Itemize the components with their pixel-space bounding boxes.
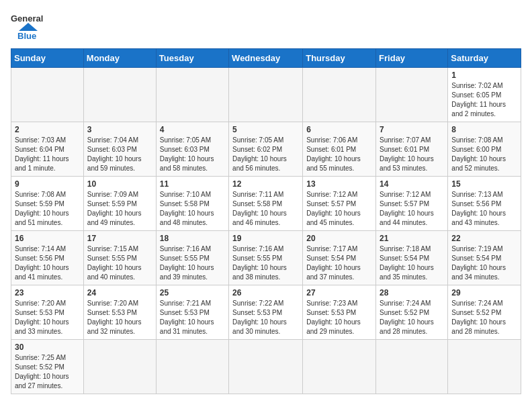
- calendar-table: SundayMondayTuesdayWednesdayThursdayFrid…: [11, 48, 521, 394]
- calendar-cell: [83, 340, 156, 394]
- page-header: GeneralBlue: [11, 11, 521, 40]
- day-number: 30: [15, 342, 80, 352]
- day-number: 28: [380, 288, 444, 298]
- day-info: Sunrise: 7:13 AM Sunset: 5:56 PM Dayligh…: [451, 190, 517, 228]
- day-number: 15: [451, 179, 517, 189]
- calendar-cell: 17Sunrise: 7:15 AM Sunset: 5:55 PM Dayli…: [83, 231, 156, 285]
- calendar-cell: 2Sunrise: 7:03 AM Sunset: 6:04 PM Daylig…: [11, 122, 84, 177]
- day-info: Sunrise: 7:15 AM Sunset: 5:55 PM Dayligh…: [87, 244, 152, 282]
- day-info: Sunrise: 7:22 AM Sunset: 5:53 PM Dayligh…: [232, 299, 299, 336]
- column-header-tuesday: Tuesday: [156, 49, 228, 68]
- day-info: Sunrise: 7:24 AM Sunset: 5:52 PM Dayligh…: [451, 299, 517, 336]
- column-header-friday: Friday: [376, 49, 448, 68]
- day-info: Sunrise: 7:06 AM Sunset: 6:01 PM Dayligh…: [306, 136, 372, 173]
- logo: GeneralBlue: [11, 11, 46, 40]
- calendar-cell: 18Sunrise: 7:16 AM Sunset: 5:55 PM Dayli…: [156, 231, 228, 285]
- calendar-cell: [229, 68, 303, 122]
- day-info: Sunrise: 7:20 AM Sunset: 5:53 PM Dayligh…: [87, 299, 152, 336]
- day-number: 19: [232, 234, 299, 243]
- day-number: 17: [87, 234, 152, 243]
- day-info: Sunrise: 7:24 AM Sunset: 5:52 PM Dayligh…: [380, 299, 444, 336]
- calendar-header-row: SundayMondayTuesdayWednesdayThursdayFrid…: [11, 49, 521, 68]
- calendar-cell: 19Sunrise: 7:16 AM Sunset: 5:55 PM Dayli…: [229, 231, 303, 285]
- day-number: 26: [232, 288, 299, 298]
- calendar-week-row: 30Sunrise: 7:25 AM Sunset: 5:52 PM Dayli…: [11, 340, 521, 394]
- logo-svg: GeneralBlue: [11, 11, 46, 40]
- column-header-monday: Monday: [83, 49, 156, 68]
- day-number: 13: [306, 179, 372, 189]
- day-info: Sunrise: 7:10 AM Sunset: 5:58 PM Dayligh…: [160, 190, 225, 228]
- day-info: Sunrise: 7:18 AM Sunset: 5:54 PM Dayligh…: [380, 244, 444, 282]
- day-info: Sunrise: 7:16 AM Sunset: 5:55 PM Dayligh…: [160, 244, 225, 282]
- calendar-cell: 10Sunrise: 7:09 AM Sunset: 5:59 PM Dayli…: [83, 177, 156, 231]
- calendar-cell: 14Sunrise: 7:12 AM Sunset: 5:57 PM Dayli…: [376, 177, 448, 231]
- svg-text:General: General: [11, 13, 43, 24]
- day-number: 20: [306, 234, 372, 243]
- day-info: Sunrise: 7:04 AM Sunset: 6:03 PM Dayligh…: [87, 136, 152, 173]
- day-info: Sunrise: 7:12 AM Sunset: 5:57 PM Dayligh…: [380, 190, 444, 228]
- calendar-cell: 24Sunrise: 7:20 AM Sunset: 5:53 PM Dayli…: [83, 285, 156, 340]
- day-number: 14: [380, 179, 444, 189]
- day-info: Sunrise: 7:19 AM Sunset: 5:54 PM Dayligh…: [451, 244, 517, 282]
- day-number: 9: [15, 179, 80, 189]
- day-number: 10: [87, 179, 152, 189]
- day-number: 4: [160, 125, 225, 134]
- day-number: 29: [451, 288, 517, 298]
- day-info: Sunrise: 7:14 AM Sunset: 5:56 PM Dayligh…: [15, 244, 80, 282]
- calendar-week-row: 9Sunrise: 7:08 AM Sunset: 5:59 PM Daylig…: [11, 177, 521, 231]
- day-number: 23: [15, 288, 80, 298]
- calendar-week-row: 23Sunrise: 7:20 AM Sunset: 5:53 PM Dayli…: [11, 285, 521, 340]
- calendar-cell: 22Sunrise: 7:19 AM Sunset: 5:54 PM Dayli…: [448, 231, 521, 285]
- calendar-cell: 11Sunrise: 7:10 AM Sunset: 5:58 PM Dayli…: [156, 177, 228, 231]
- calendar-cell: 28Sunrise: 7:24 AM Sunset: 5:52 PM Dayli…: [376, 285, 448, 340]
- column-header-sunday: Sunday: [11, 49, 84, 68]
- calendar-cell: 27Sunrise: 7:23 AM Sunset: 5:53 PM Dayli…: [303, 285, 376, 340]
- day-number: 18: [160, 234, 225, 243]
- day-info: Sunrise: 7:09 AM Sunset: 5:59 PM Dayligh…: [87, 190, 152, 228]
- day-number: 5: [232, 125, 299, 134]
- calendar-cell: [303, 340, 376, 394]
- day-number: 21: [380, 234, 444, 243]
- calendar-cell: 26Sunrise: 7:22 AM Sunset: 5:53 PM Dayli…: [229, 285, 303, 340]
- day-info: Sunrise: 7:16 AM Sunset: 5:55 PM Dayligh…: [232, 244, 299, 282]
- calendar-cell: 12Sunrise: 7:11 AM Sunset: 5:58 PM Dayli…: [229, 177, 303, 231]
- calendar-cell: [156, 340, 228, 394]
- calendar-cell: 9Sunrise: 7:08 AM Sunset: 5:59 PM Daylig…: [11, 177, 84, 231]
- calendar-cell: 3Sunrise: 7:04 AM Sunset: 6:03 PM Daylig…: [83, 122, 156, 177]
- day-info: Sunrise: 7:23 AM Sunset: 5:53 PM Dayligh…: [306, 299, 372, 336]
- day-info: Sunrise: 7:02 AM Sunset: 6:05 PM Dayligh…: [451, 81, 517, 119]
- day-info: Sunrise: 7:07 AM Sunset: 6:01 PM Dayligh…: [380, 136, 444, 173]
- calendar-cell: 21Sunrise: 7:18 AM Sunset: 5:54 PM Dayli…: [376, 231, 448, 285]
- calendar-cell: [83, 68, 156, 122]
- calendar-week-row: 2Sunrise: 7:03 AM Sunset: 6:04 PM Daylig…: [11, 122, 521, 177]
- day-number: 12: [232, 179, 299, 189]
- calendar-cell: 7Sunrise: 7:07 AM Sunset: 6:01 PM Daylig…: [376, 122, 448, 177]
- calendar-week-row: 1Sunrise: 7:02 AM Sunset: 6:05 PM Daylig…: [11, 68, 521, 122]
- calendar-cell: 15Sunrise: 7:13 AM Sunset: 5:56 PM Dayli…: [448, 177, 521, 231]
- calendar-cell: 5Sunrise: 7:05 AM Sunset: 6:02 PM Daylig…: [229, 122, 303, 177]
- calendar-cell: 8Sunrise: 7:08 AM Sunset: 6:00 PM Daylig…: [448, 122, 521, 177]
- day-number: 1: [451, 71, 517, 80]
- day-number: 2: [15, 125, 80, 134]
- calendar-cell: 16Sunrise: 7:14 AM Sunset: 5:56 PM Dayli…: [11, 231, 84, 285]
- day-number: 8: [451, 125, 517, 134]
- calendar-cell: 6Sunrise: 7:06 AM Sunset: 6:01 PM Daylig…: [303, 122, 376, 177]
- calendar-cell: [11, 68, 84, 122]
- calendar-cell: [376, 340, 448, 394]
- day-number: 6: [306, 125, 372, 134]
- column-header-thursday: Thursday: [303, 49, 376, 68]
- day-number: 22: [451, 234, 517, 243]
- day-number: 27: [306, 288, 372, 298]
- calendar-cell: [303, 68, 376, 122]
- day-number: 16: [15, 234, 80, 243]
- calendar-cell: 30Sunrise: 7:25 AM Sunset: 5:52 PM Dayli…: [11, 340, 84, 394]
- calendar-cell: 23Sunrise: 7:20 AM Sunset: 5:53 PM Dayli…: [11, 285, 84, 340]
- day-number: 11: [160, 179, 225, 189]
- calendar-week-row: 16Sunrise: 7:14 AM Sunset: 5:56 PM Dayli…: [11, 231, 521, 285]
- column-header-saturday: Saturday: [448, 49, 521, 68]
- svg-text:Blue: Blue: [17, 31, 36, 40]
- day-info: Sunrise: 7:03 AM Sunset: 6:04 PM Dayligh…: [15, 136, 80, 173]
- svg-marker-1: [19, 23, 38, 31]
- day-info: Sunrise: 7:25 AM Sunset: 5:52 PM Dayligh…: [15, 353, 80, 391]
- day-number: 7: [380, 125, 444, 134]
